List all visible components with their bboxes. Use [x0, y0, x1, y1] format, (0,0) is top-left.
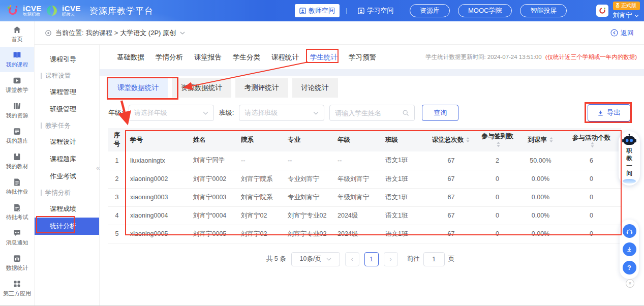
column-header-5: 年级 [333, 128, 381, 151]
column-header-10[interactable]: 参与活动个数 [562, 128, 621, 151]
close-toolbar-icon[interactable]: × [626, 279, 634, 288]
page-number-1[interactable]: 1 [364, 252, 379, 266]
column-header-3: 院系 [237, 128, 284, 151]
icon-sidebar: 首页我的课程课堂教学我的资源我的题库我的教材待批作业待批考试消息通知数据统计第三… [0, 21, 35, 305]
table-cell: 语文1班 [381, 151, 427, 170]
header-link-mooc-academy[interactable]: MOOC学院 [458, 4, 512, 17]
menu-item-class-mgmt[interactable]: 班级管理 [35, 101, 99, 118]
tab-learning-analysis[interactable]: 学情分析 [156, 53, 183, 62]
tab-class-report[interactable]: 课堂报告 [194, 53, 222, 62]
home-icon [13, 25, 21, 34]
column-header-label: 学号 [130, 136, 143, 143]
chevron-down-icon [203, 111, 208, 115]
customer-service-button[interactable] [623, 224, 636, 238]
subtab-resource-data[interactable]: 资源数据统计 [172, 78, 231, 98]
main-content: 基础数据学情分析课堂报告学生分类课程统计学生统计学习预警 学生统计数据更新时间:… [100, 45, 644, 305]
menu-item-stat-analysis[interactable]: 统计分析 [35, 218, 99, 235]
sidebar-item-textbook[interactable]: 我的教材 [0, 148, 34, 174]
space-button-teacher-space[interactable]: 教师空间 [295, 4, 340, 17]
prev-page-button[interactable]: ‹ [345, 252, 359, 266]
tab-learning-warning[interactable]: 学习预警 [349, 53, 376, 62]
sidebar-item-homework[interactable]: 待批作业 [0, 174, 34, 199]
sidebar-item-exam[interactable]: 待批考试 [0, 199, 34, 225]
section-divider-band [100, 69, 644, 76]
table-cell: 50.00% [519, 151, 562, 170]
table-cell: 0 [562, 206, 621, 225]
sidebar-item-home[interactable]: 首页 [0, 21, 34, 47]
back-circle-icon [610, 29, 618, 37]
page-size-select[interactable]: 10条/页 [291, 252, 340, 266]
column-header-7[interactable]: 课堂总次数 [427, 128, 475, 151]
tab-student-classify[interactable]: 学生分类 [233, 53, 260, 62]
update-time-text: 学生统计数据更新时间: 2024-07-24 13:51:00 [425, 54, 541, 60]
menu-item-course-mgmt[interactable]: 课程管理 [35, 83, 99, 101]
student-name-input[interactable] [335, 109, 396, 117]
tab-course-stats[interactable]: 课程统计 [271, 53, 299, 62]
menu-collapse-handle[interactable]: « [96, 164, 100, 172]
username-menu[interactable]: 刘宵宁 [613, 11, 639, 20]
column-header-label: 专业 [288, 136, 300, 143]
homework-icon [13, 178, 21, 187]
download-center-button[interactable] [623, 242, 636, 256]
class-select[interactable]: 请选择班级 [239, 105, 324, 121]
assistant-label-char: 问 [626, 170, 632, 177]
grade-select[interactable]: 请选择年级 [129, 105, 214, 121]
search-icon[interactable] [402, 109, 409, 116]
sidebar-item-statistics[interactable]: 数据统计 [0, 250, 34, 276]
menu-item-course-grades[interactable]: 课程成绩 [35, 200, 99, 218]
total-count: 共 5 条 [266, 255, 286, 263]
sidebar-item-classroom[interactable]: 课堂教学 [0, 72, 34, 98]
subtab-classroom-data[interactable]: 课堂数据统计 [108, 78, 168, 98]
column-header-9[interactable]: 到课率 [519, 128, 562, 151]
breadcrumb-path[interactable]: 我的课程 [86, 28, 112, 38]
top-header: iCVE 智慧职教 iCVE 职教云 资源库教学平台 教师空间|学习空间 资源库… [0, 0, 644, 21]
table-cell: 语文1班 [381, 170, 427, 188]
table-cell: 0 [475, 170, 519, 188]
space-button-learning-space[interactable]: 学习空间 [353, 4, 398, 17]
column-header-8[interactable]: 参与签到数 [475, 128, 519, 151]
back-button[interactable]: 返回 [610, 28, 634, 38]
table-row: 5xiaoning0005刘宵宁0005刘宵宁02刘宵宁专业022024级语文1… [108, 225, 621, 243]
teacher-space-icon [299, 8, 306, 14]
sidebar-item-resources[interactable]: 我的资源 [0, 98, 34, 123]
table-cell: 刘宵宁0004 [189, 206, 237, 225]
menu-item-course-design[interactable]: 课程设计 [35, 133, 99, 150]
table-cell: 刘宵宁专业02 [284, 225, 333, 243]
sort-icon [496, 141, 501, 147]
menu-item-homework-exam[interactable]: 作业考试 [35, 168, 99, 185]
breadcrumb-chevron-down-icon[interactable] [180, 32, 185, 35]
breadcrumb-current[interactable]: 大学语文 (2P) 原创 [120, 28, 176, 38]
menu-item-course-qbank[interactable]: 课程题库 [35, 150, 99, 168]
export-button[interactable]: 导出 [588, 104, 630, 121]
mini-app-icon[interactable] [596, 5, 608, 17]
sidebar-item-courses[interactable]: 我的课程 [0, 47, 34, 72]
user-area: 正式版 刘宵宁 [596, 2, 640, 20]
menu-item-course-guide[interactable]: 课程引导 [35, 51, 99, 68]
tab-student-stats[interactable]: 学生统计 [310, 53, 338, 62]
table-cell: 0 [562, 188, 621, 206]
courses-icon [13, 51, 21, 59]
student-name-search [329, 105, 415, 121]
tab-basic-data[interactable]: 基础数据 [117, 53, 144, 62]
header-link-smart-casting[interactable]: 智能投屏 [520, 4, 567, 17]
learning-space-icon [358, 8, 364, 14]
help-button[interactable]: ? [623, 261, 636, 274]
sidebar-item-apps[interactable]: 第三方应用 [0, 276, 34, 301]
sidebar-item-label: 消息通知 [6, 239, 28, 247]
query-button[interactable]: 查询 [422, 105, 458, 121]
subtab-discussion[interactable]: 讨论统计 [292, 78, 338, 98]
table-cell: xiaoning0005 [126, 225, 189, 243]
header-link-resource-library[interactable]: 资源库 [410, 4, 450, 17]
brand-2: iCVE [62, 5, 81, 13]
next-page-button[interactable]: › [384, 252, 398, 266]
brand-1: iCVE [23, 5, 42, 13]
ai-assistant-widget[interactable]: 职教一问 [619, 131, 640, 186]
column-header-label: 参与签到数 [481, 133, 513, 140]
sidebar-item-message[interactable]: 消息通知 [0, 225, 34, 250]
sort-icon [590, 142, 595, 148]
subtab-assessment[interactable]: 考测评统计 [235, 78, 288, 98]
goto-page-input[interactable] [423, 252, 445, 266]
sidebar-item-question-bank[interactable]: 我的题库 [0, 123, 34, 148]
update-note: (仅统计近三个学期或一年内的数据) [545, 54, 637, 60]
resources-icon [13, 102, 21, 110]
